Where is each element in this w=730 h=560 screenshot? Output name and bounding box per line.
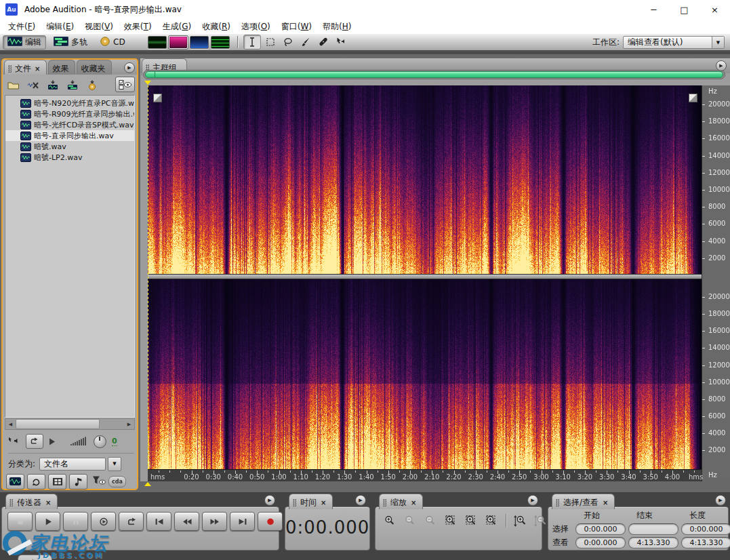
spectrogram-left-channel[interactable] xyxy=(148,85,702,274)
spectral-frequency-display-button[interactable] xyxy=(169,36,188,49)
selection-handle-right[interactable] xyxy=(689,94,697,102)
selection-length-field[interactable]: 0:00.000 xyxy=(681,523,730,535)
filter-display-icon[interactable] xyxy=(92,475,106,488)
multitrack-view-button[interactable]: 多轨 xyxy=(49,35,92,49)
menu-item-F[interactable]: 文件(F) xyxy=(3,21,41,33)
close-icon[interactable]: × xyxy=(411,499,416,506)
edit-view-button[interactable]: 编辑 xyxy=(3,35,46,49)
timeline-ruler[interactable]: hmshms0:200:300:400:501:001:101:201:301:… xyxy=(148,469,702,481)
show-video-files-button[interactable] xyxy=(48,474,66,489)
menu-item-H[interactable]: 帮助(H) xyxy=(317,21,357,33)
tab-effects[interactable]: 效果 xyxy=(48,60,75,75)
lasso-selection-tool-button[interactable] xyxy=(280,35,296,49)
horizontal-nav-bar[interactable] xyxy=(145,71,723,78)
cd-view-button[interactable]: CD xyxy=(95,35,130,49)
spectral-pan-display-button[interactable] xyxy=(190,36,209,49)
frequency-axis[interactable]: Hz20000180001600014000120001000080006000… xyxy=(702,85,730,481)
panel-menu-button[interactable]: ▶ xyxy=(716,60,727,71)
tab-time[interactable]: 时间 × xyxy=(289,494,333,509)
zoom-in-horizontal-button[interactable] xyxy=(382,513,399,528)
show-audio-files-button[interactable] xyxy=(6,474,24,489)
close-icon[interactable]: × xyxy=(35,65,40,73)
panel-menu-button[interactable]: ▶ xyxy=(264,495,275,506)
tab-selection-view[interactable]: 选择/查看 × xyxy=(552,494,615,509)
zoom-out-horizontal-button[interactable] xyxy=(403,513,419,528)
menu-item-G[interactable]: 生成(G) xyxy=(157,21,197,33)
view-end-field[interactable]: 4:13.330 xyxy=(628,537,678,548)
selection-start-field[interactable]: 0:00.000 xyxy=(575,523,626,535)
sort-dropdown[interactable]: 文件名 xyxy=(39,458,106,471)
show-cd-files-button[interactable]: cda xyxy=(108,476,126,487)
menu-item-E[interactable]: 编辑(E) xyxy=(41,21,79,33)
file-list-hscrollbar[interactable]: ◀ ▶ xyxy=(5,418,135,430)
record-button[interactable] xyxy=(258,512,283,531)
import-file-icon[interactable] xyxy=(7,79,20,91)
waveform-display-button[interactable] xyxy=(148,36,167,49)
file-row[interactable]: 暗号-光纤CD录音SP模式.wav xyxy=(5,119,134,130)
marquee-selection-tool-button[interactable] xyxy=(262,35,279,49)
file-row[interactable]: 暗号-N920光纤直录PC音源.wav xyxy=(5,98,134,108)
scroll-right-icon[interactable]: ▶ xyxy=(124,419,134,429)
chevron-down-icon[interactable]: ▼ xyxy=(712,37,724,48)
go-to-beginning-button[interactable] xyxy=(146,512,171,531)
tab-favorites[interactable]: 收藏夹 xyxy=(77,60,112,75)
show-options-button[interactable] xyxy=(115,77,135,92)
rewind-button[interactable] xyxy=(174,512,199,531)
zoom-out-full-button[interactable] xyxy=(423,513,439,528)
channel-divider[interactable] xyxy=(148,274,702,279)
close-icon[interactable]: × xyxy=(321,499,326,506)
minimize-button[interactable]: ─ xyxy=(638,0,669,19)
spectrogram-right-channel[interactable] xyxy=(148,279,702,469)
preview-play-icon[interactable] xyxy=(49,435,56,448)
insert-into-session-icon[interactable] xyxy=(66,79,79,91)
tab-levels[interactable]: 电平 xyxy=(18,555,52,560)
preview-level-value[interactable]: 0 xyxy=(112,437,117,446)
nav-bar-handle[interactable] xyxy=(155,72,155,77)
playhead-marker-top[interactable] xyxy=(144,81,151,85)
go-to-end-button[interactable] xyxy=(230,512,255,531)
menu-item-T[interactable]: 效果(T) xyxy=(119,21,157,33)
effects-paintbrush-tool-button[interactable] xyxy=(298,35,314,49)
zoom-in-left-edge-button[interactable] xyxy=(464,513,480,528)
spot-healing-brush-tool-button[interactable] xyxy=(315,35,331,49)
scrub-tool-button[interactable] xyxy=(333,35,349,49)
menu-item-R[interactable]: 收藏(R) xyxy=(197,21,236,33)
selection-end-field[interactable] xyxy=(628,523,678,535)
spectral-display[interactable] xyxy=(148,85,702,469)
scrollbar-thumb[interactable] xyxy=(16,419,100,429)
file-row[interactable]: 暗號.wav xyxy=(5,141,134,152)
view-start-field[interactable]: 0:00.000 xyxy=(575,537,626,548)
scroll-left-icon[interactable]: ◀ xyxy=(5,419,16,429)
zoom-out-vertical-button[interactable] xyxy=(532,513,548,528)
panel-menu-button[interactable]: ▶ xyxy=(124,62,135,73)
show-midi-files-button[interactable] xyxy=(69,474,87,489)
zoom-to-selection-button[interactable] xyxy=(443,513,460,528)
file-row[interactable]: 暗號-LP2.wav xyxy=(5,152,134,163)
show-loop-files-button[interactable] xyxy=(27,474,45,489)
spectral-phase-display-button[interactable] xyxy=(211,36,230,49)
tab-transport[interactable]: 传送器 × xyxy=(5,494,58,509)
close-icon[interactable]: × xyxy=(603,499,608,506)
playhead-cursor[interactable] xyxy=(148,85,148,469)
preview-loop-button[interactable] xyxy=(26,434,43,449)
pause-button[interactable] xyxy=(63,512,88,531)
tab-zoom[interactable]: 缩放 × xyxy=(379,494,423,509)
panel-menu-button[interactable]: ▶ xyxy=(527,495,538,506)
panel-menu-button[interactable]: ▶ xyxy=(715,495,726,506)
close-icon[interactable]: × xyxy=(45,499,51,506)
menu-item-V[interactable]: 视图(V) xyxy=(79,21,119,33)
preview-speaker-icon[interactable] xyxy=(8,435,20,448)
zoom-in-vertical-button[interactable] xyxy=(512,513,528,528)
selection-handle-left[interactable] xyxy=(153,94,162,102)
preview-volume-icon[interactable] xyxy=(70,435,88,448)
fast-forward-button[interactable] xyxy=(202,512,227,531)
close-button[interactable]: × xyxy=(699,0,730,19)
zoom-in-right-edge-button[interactable] xyxy=(484,513,500,528)
play-button[interactable] xyxy=(35,512,60,531)
play-from-cursor-button[interactable] xyxy=(91,512,116,531)
insert-into-cd-icon[interactable] xyxy=(85,79,99,91)
file-row[interactable]: 暗号-直录同步输出.wav xyxy=(5,130,134,141)
view-length-field[interactable]: 4:13.330 xyxy=(681,537,730,548)
preview-volume-knob[interactable] xyxy=(94,435,106,448)
chevron-down-icon[interactable]: ▼ xyxy=(108,457,121,471)
